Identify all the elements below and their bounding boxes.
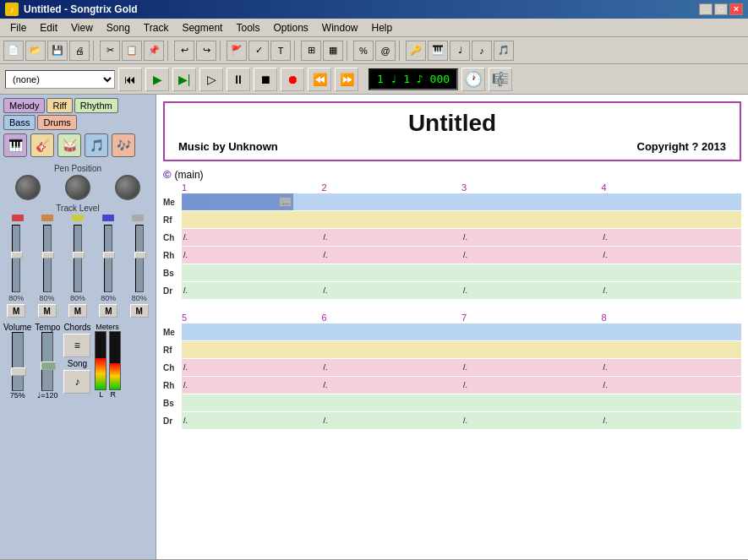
rhythm-cell-2-2[interactable]: /. [322, 377, 462, 394]
pause-button[interactable]: ⏸ [227, 68, 250, 91]
maximize-button[interactable]: □ [714, 3, 728, 15]
melody-icon[interactable]: 🎹 [3, 133, 27, 157]
record-button[interactable]: ⏺ [281, 68, 304, 91]
metronome-button[interactable]: 🎼 [489, 68, 512, 91]
t-button[interactable]: T [270, 41, 291, 61]
drum-cell-2-1[interactable]: /. [182, 412, 322, 429]
slider-2[interactable] [43, 225, 52, 292]
volume-slider[interactable] [12, 332, 24, 391]
rewind-to-start-button[interactable]: ⏮ [118, 68, 142, 91]
drum-cell-2-2[interactable]: /. [322, 412, 462, 429]
drum-cell-2-3[interactable]: /. [461, 412, 602, 429]
rhythm-cell-3[interactable]: /. [461, 247, 602, 264]
drum-cell-3[interactable]: /. [461, 282, 602, 299]
rhythm-cell-2-1[interactable]: /. [182, 377, 322, 394]
chord-cell-2[interactable]: /. [322, 229, 462, 246]
menu-file[interactable]: File [3, 20, 33, 35]
tab-riff[interactable]: Riff [46, 98, 72, 113]
menu-view[interactable]: View [64, 20, 100, 35]
drum-cell-2-4[interactable]: /. [602, 412, 742, 429]
riff-cell-2-2[interactable] [322, 341, 462, 358]
midi-button[interactable]: ♩ [450, 41, 470, 61]
note-button[interactable]: ♪ [472, 41, 492, 61]
tab-melody[interactable]: Melody [3, 98, 45, 113]
tab-drums[interactable]: Drums [37, 115, 76, 130]
rhythm-cell-1[interactable]: /. [182, 247, 322, 264]
bass-icon[interactable]: 🎵 [85, 133, 108, 157]
preset-select[interactable]: (none) [5, 70, 115, 89]
chord-cell-2-2[interactable]: /. [322, 359, 462, 376]
open-button[interactable]: 📂 [25, 41, 46, 61]
chord-cell-2-1[interactable]: /. [182, 359, 322, 376]
knob-1[interactable] [15, 175, 41, 200]
melody-cell-2-3[interactable] [461, 323, 602, 340]
melody-cell-3[interactable] [461, 193, 602, 210]
riff-cell-3[interactable] [461, 211, 602, 228]
chord-cell-3[interactable]: /. [461, 229, 602, 246]
melody-cell-2-2[interactable] [322, 323, 462, 340]
drum-cell-1[interactable]: /. [182, 282, 322, 299]
bass-cell-2-1[interactable] [182, 394, 322, 411]
riff-cell-1[interactable] [182, 211, 322, 228]
bass-cell-3[interactable] [461, 264, 602, 281]
bass-cell-2-3[interactable] [461, 394, 602, 411]
melody-cell-2-1[interactable] [182, 323, 322, 340]
menu-edit[interactable]: Edit [33, 20, 64, 35]
chords-button[interactable]: ≡ [63, 334, 90, 357]
tool1-button[interactable]: ▦ [323, 41, 343, 61]
bass-cell-1[interactable] [182, 264, 322, 281]
mute-3[interactable]: M [68, 304, 87, 318]
knob-2[interactable] [65, 175, 90, 200]
new-button[interactable]: 📄 [3, 41, 24, 61]
riff-cell-2[interactable] [322, 211, 462, 228]
play-button[interactable]: ▶ [145, 68, 169, 91]
song-button[interactable]: ♪ [63, 370, 90, 394]
slider-4[interactable] [104, 225, 112, 292]
melody-cell-2[interactable] [322, 193, 462, 210]
cut-button[interactable]: ✂ [100, 41, 120, 61]
drums-icon[interactable]: 🎶 [112, 133, 135, 157]
copy-button[interactable]: 📋 [122, 41, 142, 61]
riff-cell-4[interactable] [602, 211, 742, 228]
piano-button[interactable]: 🎹 [428, 41, 448, 61]
tempo-slider[interactable] [41, 332, 53, 391]
at-button[interactable]: @ [375, 41, 396, 61]
bass-cell-2[interactable] [322, 264, 462, 281]
chord-cell-2-3[interactable]: /. [461, 359, 602, 376]
slider-5[interactable] [135, 225, 144, 292]
redo-button[interactable]: ↪ [196, 41, 216, 61]
melody-cell-2-4[interactable] [602, 323, 742, 340]
menu-song[interactable]: Song [100, 20, 137, 35]
drum-cell-2[interactable]: /. [322, 282, 462, 299]
tab-bass[interactable]: Bass [3, 115, 35, 130]
knob-3[interactable] [115, 175, 140, 200]
tab-rhythm[interactable]: Rhythm [74, 98, 118, 113]
undo-button[interactable]: ↩ [174, 41, 194, 61]
save-button[interactable]: 💾 [47, 41, 68, 61]
menu-tools[interactable]: Tools [229, 20, 266, 35]
melody-cell-4[interactable] [602, 193, 742, 210]
flag-button[interactable]: 🚩 [227, 41, 247, 61]
bass-cell-2-4[interactable] [602, 394, 742, 411]
drum-cell-4[interactable]: /. [602, 282, 742, 299]
bass-cell-2-2[interactable] [322, 394, 462, 411]
mute-1[interactable]: M [7, 304, 25, 318]
expand-icon[interactable]: … [279, 197, 292, 207]
key-button[interactable]: 🔑 [406, 41, 426, 61]
pct-button[interactable]: % [353, 41, 374, 61]
chord-cell-4[interactable]: /. [602, 229, 742, 246]
bass-cell-4[interactable] [602, 264, 742, 281]
rhythm-cell-2-4[interactable]: /. [602, 377, 742, 394]
rhythm-cell-2-3[interactable]: /. [461, 377, 602, 394]
riff-icon[interactable]: 🎸 [30, 133, 54, 157]
clock-button[interactable]: 🕐 [461, 68, 485, 91]
minimize-button[interactable]: _ [699, 3, 713, 15]
chord-cell-1[interactable]: /. [182, 229, 322, 246]
play-segment-button[interactable]: ▷ [199, 68, 223, 91]
slider-3[interactable] [74, 225, 82, 292]
mute-5[interactable]: M [130, 304, 149, 318]
next-bar-button[interactable]: ⏩ [335, 68, 358, 91]
close-button[interactable]: ✕ [729, 3, 743, 15]
rhythm-cell-2[interactable]: /. [322, 247, 462, 264]
rhythm-cell-4[interactable]: /. [602, 247, 742, 264]
